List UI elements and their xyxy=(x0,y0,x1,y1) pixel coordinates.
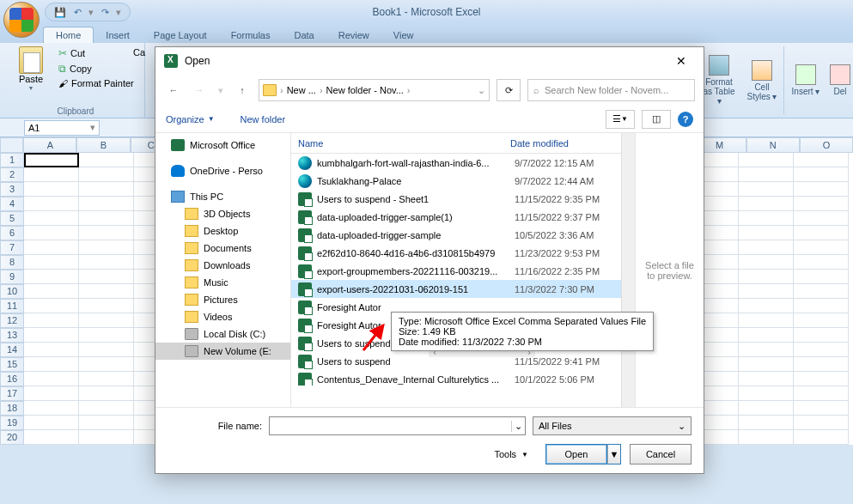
cell[interactable] xyxy=(24,240,79,255)
cell[interactable] xyxy=(24,343,79,357)
cell[interactable] xyxy=(79,226,134,240)
cell[interactable] xyxy=(79,372,134,386)
tree-item[interactable]: OneDrive - Perso xyxy=(155,162,290,179)
cell[interactable] xyxy=(24,328,79,343)
tab-page-layout[interactable]: Page Layout xyxy=(142,27,219,43)
cell[interactable] xyxy=(739,226,794,240)
tree-item[interactable]: 3D Objects xyxy=(155,205,290,222)
cell[interactable] xyxy=(24,357,79,372)
col-header[interactable]: N xyxy=(746,137,800,153)
cell[interactable] xyxy=(79,240,134,255)
cell[interactable] xyxy=(24,372,79,386)
cell[interactable] xyxy=(794,401,849,416)
cell[interactable] xyxy=(739,167,794,182)
open-dropdown[interactable]: ▼ xyxy=(607,444,621,465)
tab-view[interactable]: View xyxy=(381,27,426,43)
file-list[interactable]: Name Date modified kumbhalgarh-fort-wall… xyxy=(291,133,621,407)
save-icon[interactable]: 💾 xyxy=(54,6,66,18)
cell[interactable] xyxy=(79,313,134,328)
cell[interactable] xyxy=(79,386,134,401)
cell[interactable] xyxy=(794,182,849,197)
cell[interactable] xyxy=(739,211,794,226)
row-header[interactable]: 4 xyxy=(0,197,24,211)
col-header[interactable]: O xyxy=(800,137,853,153)
tab-formulas[interactable]: Formulas xyxy=(219,27,283,43)
help-button[interactable]: ? xyxy=(678,112,693,127)
breadcrumb[interactable]: › New ... › New folder - Nov... › ⌄ xyxy=(259,79,490,101)
file-row[interactable]: data-uploaded-trigger-sample(1)11/15/202… xyxy=(291,208,621,226)
row-header[interactable]: 20 xyxy=(0,430,24,445)
cell[interactable] xyxy=(794,357,849,372)
cell[interactable] xyxy=(794,284,849,299)
tab-data[interactable]: Data xyxy=(282,27,326,43)
cell[interactable] xyxy=(79,153,134,167)
cell[interactable] xyxy=(794,313,849,328)
cell[interactable] xyxy=(24,386,79,401)
cell[interactable] xyxy=(794,270,849,284)
tab-insert[interactable]: Insert xyxy=(94,27,142,43)
cell[interactable] xyxy=(24,430,79,445)
cell[interactable] xyxy=(24,284,79,299)
tree-item[interactable]: Desktop xyxy=(155,222,290,240)
cell[interactable] xyxy=(794,416,849,430)
cell[interactable] xyxy=(794,255,849,270)
organize-button[interactable]: Organize ▼ xyxy=(166,114,215,124)
cancel-button[interactable]: Cancel xyxy=(630,444,692,465)
tree-item[interactable]: Downloads xyxy=(155,257,290,274)
cell[interactable] xyxy=(794,328,849,343)
cell[interactable] xyxy=(739,270,794,284)
file-row[interactable]: export-users-20221031-062019-15111/3/202… xyxy=(291,280,621,298)
vertical-scrollbar[interactable] xyxy=(621,133,635,407)
paste-button[interactable]: Paste ▾ xyxy=(14,46,48,92)
file-type-filter[interactable]: All Files⌄ xyxy=(533,416,692,435)
cell[interactable] xyxy=(24,226,79,240)
cell[interactable] xyxy=(79,284,134,299)
row-header[interactable]: 12 xyxy=(0,313,24,328)
tree-item[interactable]: Microsoft Office xyxy=(155,137,290,154)
tools-button[interactable]: Tools ▼ xyxy=(494,449,528,459)
file-row[interactable]: e2f62d10-8640-4d16-a4b6-d310815b497911/2… xyxy=(291,244,621,262)
row-header[interactable]: 6 xyxy=(0,226,24,240)
cell[interactable] xyxy=(794,372,849,386)
row-header[interactable]: 19 xyxy=(0,416,24,430)
cell[interactable] xyxy=(24,167,79,182)
insert-cells-button[interactable]: Insert ▾ xyxy=(784,43,827,118)
cell[interactable] xyxy=(739,328,794,343)
office-button[interactable] xyxy=(3,2,40,38)
row-header[interactable]: 9 xyxy=(0,270,24,284)
cell[interactable] xyxy=(79,255,134,270)
tree-item[interactable]: New Volume (E: xyxy=(155,343,290,360)
redo-icon[interactable]: ↷ xyxy=(99,6,111,18)
tab-review[interactable]: Review xyxy=(326,27,381,43)
row-header[interactable]: 5 xyxy=(0,211,24,226)
row-header[interactable]: 2 xyxy=(0,167,24,182)
cell[interactable] xyxy=(739,372,794,386)
cell[interactable] xyxy=(79,299,134,313)
name-box[interactable]: A1▾ xyxy=(24,120,100,136)
preview-pane-button[interactable]: ◫ xyxy=(642,110,671,129)
row-header[interactable]: 1 xyxy=(0,153,24,167)
file-row[interactable]: Contentus_Denave_Internal Culturelytics … xyxy=(291,370,621,386)
cut-button[interactable]: Cut xyxy=(55,46,137,60)
cell[interactable] xyxy=(24,313,79,328)
up-button[interactable]: ↑ xyxy=(233,81,252,100)
cell[interactable] xyxy=(739,416,794,430)
cell[interactable] xyxy=(79,182,134,197)
tab-home[interactable]: Home xyxy=(43,27,94,43)
file-row[interactable]: export-groupmembers-20221116-003219...11… xyxy=(291,262,621,280)
new-folder-button[interactable]: New folder xyxy=(241,114,286,124)
cell[interactable] xyxy=(24,255,79,270)
delete-cells-button[interactable]: Del xyxy=(827,43,853,118)
tree-item[interactable]: Pictures xyxy=(155,291,290,308)
cell[interactable] xyxy=(794,167,849,182)
row-header[interactable]: 18 xyxy=(0,401,24,416)
undo-icon[interactable]: ↶ xyxy=(71,6,83,18)
row-header[interactable]: 11 xyxy=(0,299,24,313)
back-button[interactable]: ← xyxy=(164,81,183,100)
copy-button[interactable]: Copy xyxy=(55,62,137,76)
row-header[interactable]: 8 xyxy=(0,255,24,270)
cell[interactable] xyxy=(79,430,134,445)
open-button[interactable]: Open xyxy=(545,444,607,465)
row-header[interactable]: 16 xyxy=(0,372,24,386)
row-header[interactable]: 10 xyxy=(0,284,24,299)
